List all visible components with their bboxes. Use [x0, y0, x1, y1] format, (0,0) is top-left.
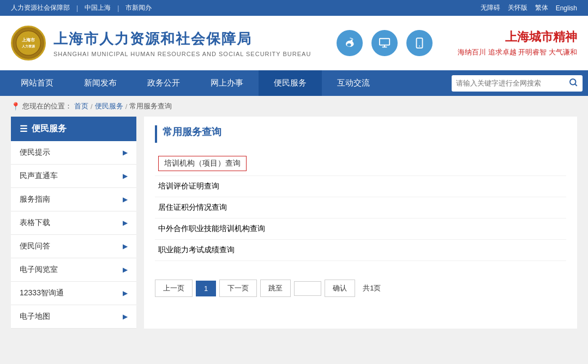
search-input[interactable] — [456, 79, 565, 87]
top-link-news-office[interactable]: 市新闻办 — [125, 3, 152, 13]
accessibility-link[interactable]: 无障碍 — [481, 3, 500, 13]
confirm-button[interactable]: 确认 — [325, 280, 355, 297]
content-title: 常用服务查询 — [155, 125, 566, 143]
sidebar-item-tips[interactable]: 便民提示 ▶ — [11, 141, 136, 165]
arrow-icon-5: ▶ — [123, 266, 128, 274]
arrow-icon-4: ▶ — [123, 242, 128, 250]
page-1-button[interactable]: 1 — [196, 281, 216, 296]
breadcrumb-label: 您现在的位置： — [22, 101, 72, 111]
menu-icon: ☰ — [20, 124, 27, 134]
nav-interact[interactable]: 互动交流 — [322, 70, 385, 96]
logo-emblem: 上海市 人力资源 — [11, 26, 46, 60]
nav-online[interactable]: 网上办事 — [195, 70, 259, 96]
sidebar-item-voice[interactable]: 民声直通车 ▶ — [11, 165, 136, 188]
next-page-button[interactable]: 下一页 — [219, 280, 257, 297]
traditional-chinese-link[interactable]: 繁体 — [535, 3, 548, 13]
total-pages-label: 共1页 — [358, 280, 385, 296]
breadcrumb-services[interactable]: 便民服务 — [95, 101, 123, 111]
svg-text:上海市: 上海市 — [22, 37, 35, 43]
breadcrumb-home[interactable]: 首页 — [74, 101, 88, 111]
org-name-en: SHANGHAI MUNICIPAL HUMAN RESOURCES AND S… — [53, 51, 311, 57]
city-spirit-title: 上海城市精神 — [458, 29, 577, 45]
header-icons — [337, 30, 433, 56]
pagination: 上一页 1 下一页 跳至 确认 共1页 — [155, 274, 566, 297]
jump-button[interactable]: 跳至 — [260, 280, 291, 297]
svg-point-3 — [351, 40, 353, 42]
sep1: | — [76, 4, 78, 12]
search-icon[interactable] — [568, 77, 578, 89]
service-item-4[interactable]: 职业能力考试成绩查询 — [155, 240, 566, 261]
weibo-icon[interactable] — [337, 30, 363, 56]
org-name-cn: 上海市人力资源和社会保障局 — [53, 29, 311, 48]
bc-sep1: / — [91, 102, 93, 111]
svg-text:人力资源: 人力资源 — [21, 44, 35, 48]
svg-point-6 — [419, 46, 420, 47]
prev-page-button[interactable]: 上一页 — [155, 280, 193, 297]
service-label-4[interactable]: 职业能力考试成绩查询 — [158, 245, 235, 254]
sidebar-item-library[interactable]: 电子阅览室 ▶ — [11, 258, 136, 282]
arrow-icon-0: ▶ — [123, 149, 128, 156]
service-item-3[interactable]: 中外合作职业技能培训机构查询 — [155, 219, 566, 240]
service-label-3[interactable]: 中外合作职业技能培训机构查询 — [158, 224, 265, 233]
english-link[interactable]: English — [556, 4, 577, 12]
service-item-0[interactable]: 培训机构（项目）查询 — [155, 151, 566, 176]
service-label-1[interactable]: 培训评价证明查询 — [158, 181, 219, 190]
svg-point-7 — [570, 79, 576, 85]
nav-news[interactable]: 新闻发布 — [69, 70, 132, 96]
service-item-2[interactable]: 居住证积分情况查询 — [155, 197, 566, 219]
breadcrumb: 📍 您现在的位置： 首页 / 便民服务 / 常用服务查询 — [0, 96, 588, 117]
city-spirit-subtitle: 海纳百川 追求卓越 开明睿智 大气谦和 — [458, 47, 577, 57]
sidebar-title-text: 便民服务 — [32, 123, 67, 135]
top-bar-left: 人力资源社会保障部 | 中国上海 | 市新闻办 — [11, 3, 152, 13]
arrow-icon-3: ▶ — [123, 219, 128, 227]
main-layout: ☰ 便民服务 便民提示 ▶ 民声直通车 ▶ 服务指南 ▶ 表格下载 ▶ 便民问答… — [0, 117, 588, 339]
arrow-icon-6: ▶ — [123, 289, 128, 297]
mobile-icon[interactable] — [406, 30, 433, 56]
breadcrumb-current: 常用服务查询 — [129, 101, 172, 111]
top-link-ministry[interactable]: 人力资源社会保障部 — [11, 3, 70, 13]
logo-area: 上海市 人力资源 上海市人力资源和社会保障局 SHANGHAI MUNICIPA… — [11, 26, 311, 60]
sep2: | — [117, 4, 119, 12]
service-item-1[interactable]: 培训评价证明查询 — [155, 176, 566, 197]
sidebar-item-faq[interactable]: 便民问答 ▶ — [11, 235, 136, 258]
top-link-shanghai[interactable]: 中国上海 — [85, 3, 111, 13]
desktop-icon[interactable] — [371, 30, 398, 56]
nav-affairs[interactable]: 政务公开 — [132, 70, 195, 96]
bc-sep2: / — [125, 102, 128, 111]
arrow-icon-7: ▶ — [123, 313, 128, 320]
top-bar: 人力资源社会保障部 | 中国上海 | 市新闻办 无障碍 关怀版 繁体 Engli… — [0, 0, 588, 16]
main-nav: 网站首页 新闻发布 政务公开 网上办事 便民服务 互动交流 — [0, 70, 588, 96]
nav-home[interactable]: 网站首页 — [5, 70, 69, 96]
sidebar-item-guide[interactable]: 服务指南 ▶ — [11, 188, 136, 211]
service-label-2[interactable]: 居住证积分情况查询 — [158, 203, 227, 211]
content-area: 常用服务查询 培训机构（项目）查询 培训评价证明查询 居住证积分情况查询 中外合… — [144, 117, 577, 329]
top-bar-right: 无障碍 关怀版 繁体 English — [481, 3, 577, 13]
location-icon: 📍 — [11, 102, 20, 111]
sidebar: ☰ 便民服务 便民提示 ▶ 民声直通车 ▶ 服务指南 ▶ 表格下载 ▶ 便民问答… — [11, 117, 136, 329]
page-jump-input[interactable] — [294, 281, 321, 296]
sidebar-item-forms[interactable]: 表格下载 ▶ — [11, 211, 136, 235]
search-bar — [452, 75, 583, 92]
service-list: 培训机构（项目）查询 培训评价证明查询 居住证积分情况查询 中外合作职业技能培训… — [155, 151, 566, 261]
sidebar-item-hotline[interactable]: 12333智询通 ▶ — [11, 282, 136, 305]
header: 上海市 人力资源 上海市人力资源和社会保障局 SHANGHAI MUNICIPA… — [0, 16, 588, 70]
arrow-icon-2: ▶ — [123, 196, 128, 203]
svg-point-0 — [16, 31, 41, 56]
city-spirit: 上海城市精神 海纳百川 追求卓越 开明睿智 大气谦和 — [458, 29, 577, 57]
logo-text: 上海市人力资源和社会保障局 SHANGHAI MUNICIPAL HUMAN R… — [53, 29, 311, 57]
care-version-link[interactable]: 关怀版 — [508, 3, 527, 13]
sidebar-item-map[interactable]: 电子地图 ▶ — [11, 305, 136, 329]
nav-services[interactable]: 便民服务 — [259, 70, 322, 96]
arrow-icon-1: ▶ — [123, 172, 128, 180]
service-label-0[interactable]: 培训机构（项目）查询 — [158, 156, 247, 171]
sidebar-title: ☰ 便民服务 — [11, 117, 136, 141]
svg-rect-4 — [380, 39, 389, 45]
